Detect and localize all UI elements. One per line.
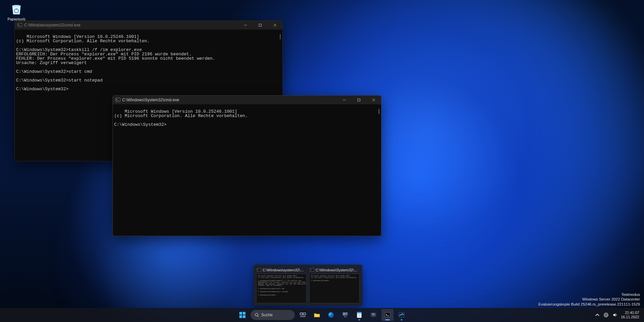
svg-rect-28 bbox=[343, 317, 347, 317]
svg-rect-36 bbox=[371, 313, 376, 317]
svg-rect-26 bbox=[343, 313, 348, 314]
edge-icon bbox=[327, 311, 335, 319]
svg-rect-29 bbox=[343, 314, 345, 314]
svg-rect-23 bbox=[300, 316, 306, 317]
system-tray: 21:41:07 16.11.2022 bbox=[592, 308, 642, 322]
cmd-button[interactable] bbox=[381, 309, 394, 321]
tray-overflow-button[interactable] bbox=[595, 312, 600, 318]
taskbar-clock[interactable]: 21:41:07 16.11.2022 bbox=[621, 311, 639, 319]
svg-point-40 bbox=[374, 315, 375, 316]
svg-rect-42 bbox=[385, 313, 390, 317]
cmd-app-icon bbox=[310, 268, 314, 272]
svg-rect-14 bbox=[310, 268, 314, 271]
settings-panel-icon bbox=[370, 311, 377, 319]
svg-point-38 bbox=[372, 313, 373, 314]
svg-rect-13 bbox=[257, 268, 261, 271]
watermark-line: Evaluierungskopie Build 25246.rs_prerele… bbox=[539, 302, 640, 307]
search-icon bbox=[255, 313, 259, 317]
close-button[interactable] bbox=[366, 96, 381, 104]
desktop-icon-recycle-bin[interactable]: Papierkorb bbox=[6, 2, 27, 21]
window-title: C:\Windows\System32\cmd.exe bbox=[122, 98, 179, 102]
start-button[interactable] bbox=[236, 309, 248, 321]
taskbar-search[interactable]: Suche bbox=[250, 310, 295, 320]
desktop-watermark: Testmodus Windows Server 2022 Datacenter… bbox=[539, 292, 640, 307]
svg-rect-30 bbox=[343, 315, 345, 315]
recycle-bin-icon bbox=[9, 2, 24, 16]
edge-button[interactable] bbox=[325, 309, 337, 321]
svg-rect-10 bbox=[358, 99, 360, 101]
watermark-line: Windows Server 2022 Datacenter bbox=[539, 297, 640, 302]
thumbnail-title: C:\Windows\System32\cmd... bbox=[316, 268, 358, 272]
cmd-app-icon bbox=[17, 23, 22, 28]
minimize-button[interactable] bbox=[238, 21, 253, 30]
volume-icon[interactable] bbox=[612, 312, 617, 318]
svg-rect-17 bbox=[239, 315, 242, 318]
task-view-icon bbox=[299, 311, 307, 319]
taskbar: Suche bbox=[0, 308, 644, 322]
svg-line-20 bbox=[258, 316, 259, 317]
task-manager-button[interactable] bbox=[396, 309, 408, 321]
thumbnail-preview: Microsoft Windows [Version 10.0.25246.10… bbox=[256, 274, 307, 303]
server-manager-button[interactable] bbox=[339, 309, 351, 321]
chevron-up-icon bbox=[595, 312, 600, 318]
clock-date: 16.11.2022 bbox=[621, 315, 639, 319]
folder-icon bbox=[313, 311, 321, 319]
svg-rect-21 bbox=[300, 313, 303, 315]
svg-rect-4 bbox=[259, 24, 262, 26]
notepad-icon bbox=[356, 311, 363, 319]
svg-rect-41 bbox=[372, 317, 374, 318]
watermark-line: Testmodus bbox=[539, 292, 640, 297]
console-output[interactable]: Microsoft Windows [Version 10.0.25246.10… bbox=[113, 104, 381, 236]
task-view-button[interactable] bbox=[297, 309, 309, 321]
svg-rect-1 bbox=[17, 23, 22, 27]
thumbnail-title: C:\Windows\system32\cmd... bbox=[263, 268, 305, 272]
taskbar-thumbnail-group: C:\Windows\system32\cmd... Microsoft Win… bbox=[254, 265, 362, 306]
svg-rect-16 bbox=[243, 312, 245, 315]
thumbnail-preview: Microsoft Windows [Version 10.0.25246.10… bbox=[309, 274, 360, 303]
taskbar-center: Suche bbox=[236, 309, 408, 321]
network-icon[interactable] bbox=[603, 312, 609, 318]
console-text: Microsoft Windows [Version 10.0.25246.10… bbox=[16, 34, 215, 92]
window-title: C:\Windows\system32\cmd.exe bbox=[24, 23, 80, 28]
terminal-icon bbox=[384, 311, 391, 319]
close-button[interactable] bbox=[268, 21, 282, 30]
taskbar-thumbnail[interactable]: C:\Windows\System32\cmd... Microsoft Win… bbox=[309, 267, 360, 303]
windows-logo-icon bbox=[239, 311, 246, 319]
cmd-app-icon bbox=[116, 98, 120, 102]
svg-rect-27 bbox=[344, 316, 346, 317]
maximize-button[interactable] bbox=[253, 21, 268, 30]
clock-time: 21:41:07 bbox=[621, 311, 639, 315]
maximize-button[interactable] bbox=[352, 96, 366, 104]
taskbar-thumbnail[interactable]: C:\Windows\system32\cmd... Microsoft Win… bbox=[256, 267, 307, 303]
svg-rect-7 bbox=[116, 98, 120, 102]
svg-rect-32 bbox=[357, 312, 362, 314]
minimize-button[interactable] bbox=[337, 96, 352, 104]
file-explorer-button[interactable] bbox=[311, 309, 323, 321]
console-text: Microsoft Windows [Version 10.0.25246.10… bbox=[114, 109, 248, 127]
text-caret bbox=[379, 109, 379, 114]
task-manager-icon bbox=[398, 311, 405, 319]
window-cmd-2[interactable]: C:\Windows\System32\cmd.exe Microsoft Wi… bbox=[112, 95, 381, 236]
svg-rect-15 bbox=[239, 312, 242, 315]
server-manager-icon bbox=[341, 311, 349, 319]
svg-point-19 bbox=[255, 313, 258, 316]
search-label: Suche bbox=[261, 313, 273, 317]
svg-rect-22 bbox=[303, 313, 306, 315]
cmd-app-icon bbox=[257, 268, 261, 272]
titlebar[interactable]: C:\Windows\system32\cmd.exe bbox=[15, 21, 282, 30]
text-caret bbox=[280, 34, 280, 39]
settings-panel-button[interactable] bbox=[367, 309, 379, 321]
svg-rect-18 bbox=[243, 315, 245, 318]
notepad-button[interactable] bbox=[353, 309, 365, 321]
titlebar[interactable]: C:\Windows\System32\cmd.exe bbox=[113, 96, 381, 104]
